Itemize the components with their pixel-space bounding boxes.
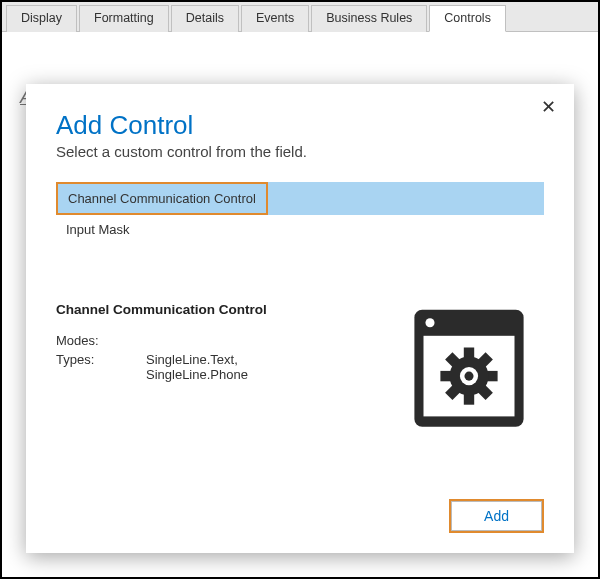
tab-formatting[interactable]: Formatting [79, 5, 169, 32]
modal-footer: Add [56, 489, 544, 533]
tab-display[interactable]: Display [6, 5, 77, 32]
control-details: Channel Communication Control Modes: Typ… [56, 302, 544, 489]
modes-value [146, 333, 364, 348]
types-value: SingleLine.Text, SingleLine.Phone [146, 352, 364, 382]
details-title: Channel Communication Control [56, 302, 364, 317]
tab-controls[interactable]: Controls [429, 5, 506, 32]
svg-point-2 [425, 318, 434, 327]
add-button[interactable]: Add [451, 501, 542, 531]
svg-point-13 [464, 372, 473, 381]
tab-bar: Display Formatting Details Events Busine… [2, 2, 598, 32]
control-list: Channel Communication Control Input Mask [56, 182, 544, 244]
tab-events[interactable]: Events [241, 5, 309, 32]
control-item-channel-communication[interactable]: Channel Communication Control [58, 184, 266, 213]
close-icon: ✕ [541, 97, 556, 117]
control-preview-icon [404, 302, 534, 436]
tab-details[interactable]: Details [171, 5, 239, 32]
close-button[interactable]: ✕ [541, 98, 556, 116]
control-item-input-mask[interactable]: Input Mask [56, 215, 544, 244]
types-label: Types: [56, 352, 146, 382]
modal-title: Add Control [56, 110, 544, 141]
modal-subtitle: Select a custom control from the field. [56, 143, 544, 160]
control-item-selected-bg [268, 182, 544, 215]
tab-business-rules[interactable]: Business Rules [311, 5, 427, 32]
modes-label: Modes: [56, 333, 146, 348]
content-area: A ✕ Add Control Select a custom control … [2, 32, 598, 577]
add-control-modal: ✕ Add Control Select a custom control fr… [26, 84, 574, 553]
